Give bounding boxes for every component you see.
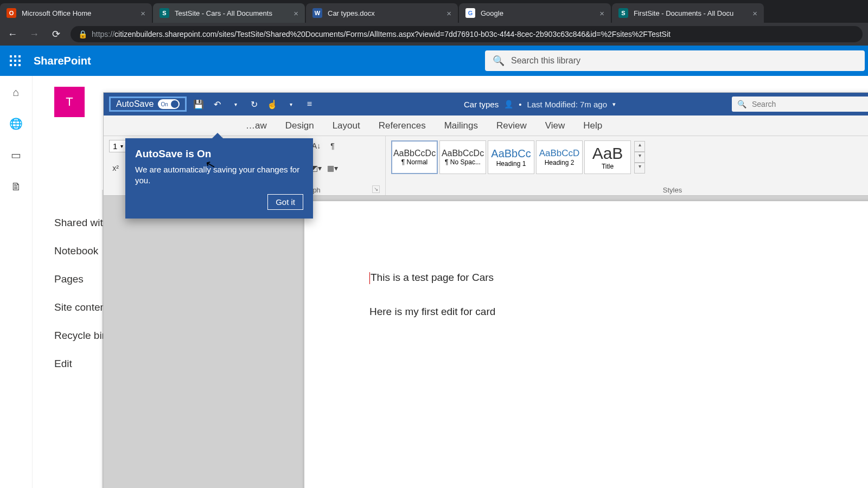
redo-icon[interactable]: ↻ [247, 98, 260, 111]
files-icon[interactable]: 🗎 [9, 179, 24, 194]
ribbon-tab[interactable]: Design [284, 116, 315, 136]
show-paragraph-marks-button[interactable]: ¶ [326, 139, 339, 152]
document-canvas[interactable]: This is a test page for Cars Here is my … [104, 196, 868, 488]
document-title-area[interactable]: Car types 👤 • Last Modified: 7m ago ▾ [464, 100, 616, 109]
sharepoint-brand[interactable]: SharePoint [34, 55, 91, 67]
browser-tab[interactable]: W Car types.docx × [306, 3, 458, 23]
globe-icon[interactable]: 🌐 [9, 116, 24, 131]
qat-customize-icon[interactable]: ≡ [303, 98, 316, 111]
ribbon-tab[interactable]: View [544, 116, 566, 136]
style-no-spacing[interactable]: AaBbCcDc¶ No Spac... [439, 140, 486, 174]
browser-tab[interactable]: S FirstSite - Documents - All Docu × [612, 3, 764, 23]
svg-rect-1 [14, 55, 16, 57]
svg-rect-8 [18, 64, 21, 66]
close-icon[interactable]: × [752, 9, 757, 18]
undo-icon[interactable]: ↶ [210, 98, 224, 111]
search-placeholder: Search this library [511, 56, 580, 66]
nav-item[interactable]: Pages [54, 273, 108, 285]
svg-rect-2 [18, 55, 21, 57]
tab-label: Microsoft Office Home [22, 9, 91, 17]
back-button[interactable]: ← [5, 29, 20, 40]
body-line: This is a test page for Cars [371, 272, 494, 283]
chevron-down-icon[interactable]: ▾ [634, 152, 645, 163]
google-icon: G [465, 8, 475, 18]
home-icon[interactable]: ⌂ [9, 85, 24, 100]
got-it-button[interactable]: Got it [267, 194, 303, 210]
close-icon[interactable]: × [446, 9, 451, 18]
chevron-down-icon[interactable]: ▾ [612, 101, 616, 108]
browser-tab[interactable]: O Microsoft Office Home × [0, 3, 152, 23]
global-nav-rail: ⌂ 🌐 ▭ 🗎 [0, 76, 33, 488]
svg-rect-4 [14, 60, 16, 62]
forward-button[interactable]: → [27, 29, 41, 40]
superscript-button[interactable]: x² [109, 162, 122, 175]
svg-rect-6 [10, 64, 12, 66]
ribbon-tab[interactable]: Layout [331, 116, 361, 136]
nav-item[interactable]: Recycle bin [54, 330, 108, 342]
url-protocol: https:// [92, 30, 114, 38]
body-line: Here is my first edit for card [369, 306, 868, 318]
style-heading-2[interactable]: AaBbCcDHeading 2 [536, 140, 583, 174]
app-launcher-icon[interactable] [0, 46, 30, 76]
tab-label: Google [481, 9, 503, 17]
word-title-bar: AutoSave On 💾 ↶ ▾ ↻ ☝ ▾ ≡ Car types 👤 • … [104, 93, 868, 115]
group-label: Styles [663, 186, 682, 194]
styles-scroll[interactable]: ▴ ▾ ▾ [634, 141, 645, 174]
browser-tab-bar: O Microsoft Office Home × S TestSite - C… [0, 0, 868, 23]
tab-label: Car types.docx [328, 9, 375, 17]
text-cursor [369, 272, 370, 284]
style-title[interactable]: AaBTitle [584, 140, 631, 174]
autosave-callout: AutoSave is On We are automatically savi… [125, 138, 313, 219]
ribbon-tab[interactable]: Review [495, 116, 528, 136]
ribbon-tab[interactable]: …aw [245, 116, 268, 136]
last-modified-label: Last Modified: 7m ago [527, 100, 607, 109]
chevron-up-icon[interactable]: ▴ [634, 141, 645, 152]
close-icon[interactable]: × [599, 9, 604, 18]
browser-tab[interactable]: S TestSite - Cars - All Documents × [153, 3, 305, 23]
content-area: ⌂ 🌐 ▭ 🗎 T Shared with Notebook Pages Sit… [0, 76, 868, 488]
search-icon: 🔍 [737, 100, 746, 108]
dialog-launcher-icon[interactable]: ↘ [372, 185, 380, 193]
document-page[interactable]: This is a test page for Cars Here is my … [304, 201, 868, 488]
ribbon-tab[interactable]: References [378, 116, 427, 136]
site-left-nav: Shared with Notebook Pages Site content … [54, 217, 108, 370]
ribbon-tab[interactable]: Help [582, 116, 603, 136]
site-logo[interactable]: T [54, 87, 85, 117]
search-icon: 🔍 [493, 55, 505, 67]
doc-title: Car types [464, 100, 499, 109]
touch-mode-icon[interactable]: ☝ [266, 98, 279, 111]
tab-label: FirstSite - Documents - All Docu [634, 9, 733, 17]
nav-item[interactable]: Shared with [54, 217, 108, 229]
url-text: citizenbuilders.sharepoint.com/sites/Tes… [114, 30, 671, 38]
word-icon: W [312, 8, 322, 18]
qat-dropdown-icon[interactable]: ▾ [284, 98, 297, 111]
tab-label: TestSite - Cars - All Documents [175, 9, 272, 17]
styles-expand-icon[interactable]: ▾ [634, 163, 645, 174]
borders-button[interactable]: ▦▾ [326, 162, 339, 175]
nav-item[interactable]: Edit [54, 358, 108, 370]
close-icon[interactable]: × [141, 9, 145, 18]
style-normal[interactable]: AaBbCcDc¶ Normal [391, 140, 438, 174]
ribbon-tab[interactable]: Mailings [443, 116, 479, 136]
reload-button[interactable]: ⟳ [49, 28, 63, 40]
address-bar[interactable]: 🔒 https://citizenbuilders.sharepoint.com… [71, 26, 863, 42]
autosave-toggle[interactable]: AutoSave On [109, 97, 187, 112]
font-size-combo[interactable]: 1 ▾ [109, 140, 127, 152]
svg-rect-3 [10, 60, 12, 62]
browser-tab[interactable]: G Google × [459, 3, 611, 23]
office-icon: O [7, 8, 16, 18]
toggle-on-icon[interactable]: On [158, 99, 180, 109]
callout-body: We are automatically saving your changes… [135, 164, 303, 187]
sharepoint-icon: S [159, 8, 169, 18]
sharepoint-header: SharePoint 🔍 Search this library [0, 46, 868, 76]
nav-item[interactable]: Site content [54, 301, 108, 313]
undo-dropdown-icon[interactable]: ▾ [229, 98, 242, 111]
save-icon[interactable]: 💾 [192, 98, 205, 111]
search-placeholder: Search [752, 100, 776, 108]
nav-item[interactable]: Notebook [54, 245, 108, 257]
word-search[interactable]: 🔍 Search [732, 97, 868, 112]
sharepoint-search[interactable]: 🔍 Search this library [485, 50, 865, 71]
close-icon[interactable]: × [293, 9, 298, 18]
style-heading-1[interactable]: AaBbCcHeading 1 [488, 140, 534, 174]
news-icon[interactable]: ▭ [9, 147, 24, 163]
